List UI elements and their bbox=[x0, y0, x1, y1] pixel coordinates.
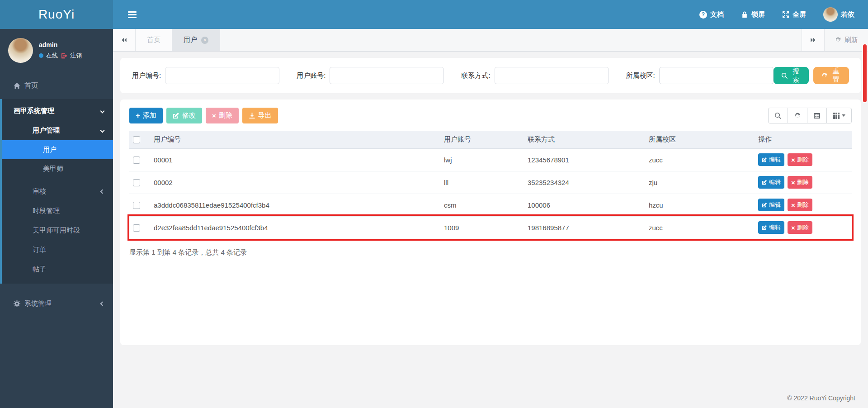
sidebar-item-post[interactable]: 帖子 bbox=[2, 260, 113, 279]
edit-icon bbox=[762, 157, 767, 162]
row-checkbox[interactable] bbox=[133, 224, 140, 232]
sidebar-toggle[interactable] bbox=[128, 11, 137, 18]
cell-campus: zju bbox=[645, 171, 755, 194]
table-columns-button[interactable] bbox=[826, 108, 852, 123]
sidebar-item-manicurist[interactable]: 美甲师 bbox=[2, 159, 113, 178]
row-edit-button[interactable]: 编辑 bbox=[758, 176, 784, 189]
cell-account: lll bbox=[440, 171, 524, 194]
page-content: 用户编号: 用户账号: 联系方式: 所属校区: bbox=[113, 52, 868, 388]
row-delete-button[interactable]: ×删除 bbox=[788, 221, 812, 234]
scrollbar-thumb[interactable] bbox=[862, 43, 868, 103]
table-detail-view-button[interactable] bbox=[807, 108, 827, 123]
edit-icon bbox=[762, 180, 767, 185]
sidebar-item-system-mgmt[interactable]: 系统管理 bbox=[0, 294, 113, 313]
search-panel: 用户编号: 用户账号: 联系方式: 所属校区: bbox=[120, 58, 861, 93]
cell-contact: 12345678901 bbox=[524, 148, 645, 171]
copyright: © 2022 RuoYi Copyright bbox=[787, 394, 855, 402]
cell-contact: 100006 bbox=[524, 194, 645, 216]
user-id-input[interactable] bbox=[165, 67, 279, 84]
tabs-scroll-back-button[interactable] bbox=[113, 29, 136, 51]
row-delete-button[interactable]: ×删除 bbox=[788, 176, 812, 189]
cell-user-id: 00002 bbox=[150, 171, 440, 194]
contact-input[interactable] bbox=[495, 67, 609, 84]
campus-label: 所属校区: bbox=[626, 71, 655, 80]
sidebar-menu: 首页 画甲系统管理 用户管理 用户 美甲师 审 bbox=[0, 76, 113, 313]
delete-button[interactable]: × 删除 bbox=[206, 108, 239, 123]
sidebar-item-huajia-system[interactable]: 画甲系统管理 bbox=[2, 101, 113, 121]
sidebar-item-period[interactable]: 时段管理 bbox=[2, 201, 113, 221]
grid-icon bbox=[833, 112, 840, 119]
user-account-input[interactable] bbox=[330, 67, 444, 84]
modify-button[interactable]: 修改 bbox=[166, 108, 202, 123]
app-logo[interactable]: RuoYi bbox=[0, 0, 113, 29]
cell-account: csm bbox=[440, 194, 524, 216]
logout-link[interactable]: 注销 bbox=[70, 52, 82, 60]
table-row: 00002 lll 35235234324 zju 编辑×删除 bbox=[129, 171, 852, 194]
page-footer: © 2022 RuoYi Copyright bbox=[113, 388, 868, 408]
tab-bar: 首页 用户 × 刷新 bbox=[113, 29, 868, 52]
x-icon: × bbox=[791, 224, 795, 231]
lock-icon bbox=[741, 11, 748, 18]
reset-button[interactable]: 重置 bbox=[813, 67, 849, 84]
table-row-highlighted: d2e32fea85dd11edae91525400fcf3b4 1009 19… bbox=[129, 216, 852, 239]
row-checkbox[interactable] bbox=[133, 202, 140, 209]
sidebar-item-manicurist-period[interactable]: 美甲师可用时段 bbox=[2, 221, 113, 240]
search-icon bbox=[774, 112, 782, 119]
add-button[interactable]: + 添加 bbox=[129, 108, 163, 123]
sidebar-item-user-mgmt[interactable]: 用户管理 bbox=[2, 121, 113, 140]
double-right-icon bbox=[810, 37, 816, 43]
app: RuoYi admin 在线 注销 首页 画甲系统管理 bbox=[0, 0, 868, 408]
tabs-scroll-forward-button[interactable] bbox=[802, 29, 824, 51]
refresh-icon bbox=[794, 112, 801, 119]
sidebar-item-audit[interactable]: 审核 bbox=[2, 182, 113, 201]
user-profile: admin 在线 注销 bbox=[0, 29, 113, 69]
refresh-icon bbox=[835, 37, 841, 43]
row-edit-button[interactable]: 编辑 bbox=[758, 153, 784, 166]
table-header-row: 用户编号 用户账号 联系方式 所属校区 操作 bbox=[129, 131, 852, 148]
row-edit-button[interactable]: 编辑 bbox=[758, 199, 784, 211]
sidebar-item-home[interactable]: 首页 bbox=[0, 76, 113, 95]
row-edit-button[interactable]: 编辑 bbox=[758, 221, 784, 234]
cell-account: lwj bbox=[440, 148, 524, 171]
edit-icon bbox=[173, 112, 179, 119]
search-button[interactable]: 搜索 bbox=[774, 67, 809, 84]
edit-icon bbox=[762, 225, 767, 230]
online-status: 在线 bbox=[46, 52, 58, 60]
tab-close-icon[interactable]: × bbox=[201, 37, 208, 44]
tab-refresh-button[interactable]: 刷新 bbox=[824, 29, 868, 51]
chevron-left-icon bbox=[100, 301, 105, 306]
table-row: 00001 lwj 12345678901 zucc 编辑×删除 bbox=[129, 148, 852, 171]
select-all-checkbox[interactable] bbox=[133, 136, 140, 143]
list-icon bbox=[813, 112, 821, 119]
chevron-down-icon bbox=[100, 109, 105, 114]
nav-lock-screen[interactable]: 锁屏 bbox=[741, 10, 765, 19]
sidebar-item-order[interactable]: 订单 bbox=[2, 240, 113, 260]
expand-arrows-icon bbox=[782, 11, 789, 18]
table-refresh-button[interactable] bbox=[788, 108, 807, 123]
row-delete-button[interactable]: ×删除 bbox=[788, 199, 812, 211]
cell-account: 1009 bbox=[440, 216, 524, 239]
export-button[interactable]: 导出 bbox=[242, 108, 278, 123]
row-checkbox[interactable] bbox=[133, 157, 140, 164]
nav-doc[interactable]: ? 文档 bbox=[699, 10, 724, 19]
x-icon: × bbox=[212, 112, 216, 119]
col-user-id: 用户编号 bbox=[150, 131, 440, 148]
avatar bbox=[8, 38, 33, 63]
table-search-toggle-button[interactable] bbox=[768, 108, 788, 123]
sidebar: RuoYi admin 在线 注销 首页 画甲系统管理 bbox=[0, 0, 113, 408]
user-table: 用户编号 用户账号 联系方式 所属校区 操作 00001 lwj 123456 bbox=[129, 131, 852, 239]
row-checkbox[interactable] bbox=[133, 179, 140, 186]
user-account-label: 用户账号: bbox=[297, 71, 326, 80]
edit-icon bbox=[762, 202, 767, 208]
tab-user[interactable]: 用户 × bbox=[172, 29, 220, 51]
nav-user[interactable]: 若依 bbox=[823, 7, 854, 22]
sidebar-item-user[interactable]: 用户 bbox=[2, 140, 113, 159]
cell-user-id: 00001 bbox=[150, 148, 440, 171]
table-row: a3dddc06835811edae91525400fcf3b4 csm 100… bbox=[129, 194, 852, 216]
nav-fullscreen[interactable]: 全屏 bbox=[782, 10, 806, 19]
caret-down-icon bbox=[842, 114, 845, 117]
row-delete-button[interactable]: ×删除 bbox=[788, 153, 812, 166]
tab-home[interactable]: 首页 bbox=[136, 29, 172, 51]
cell-campus: zucc bbox=[645, 216, 755, 239]
campus-input[interactable] bbox=[659, 67, 774, 84]
